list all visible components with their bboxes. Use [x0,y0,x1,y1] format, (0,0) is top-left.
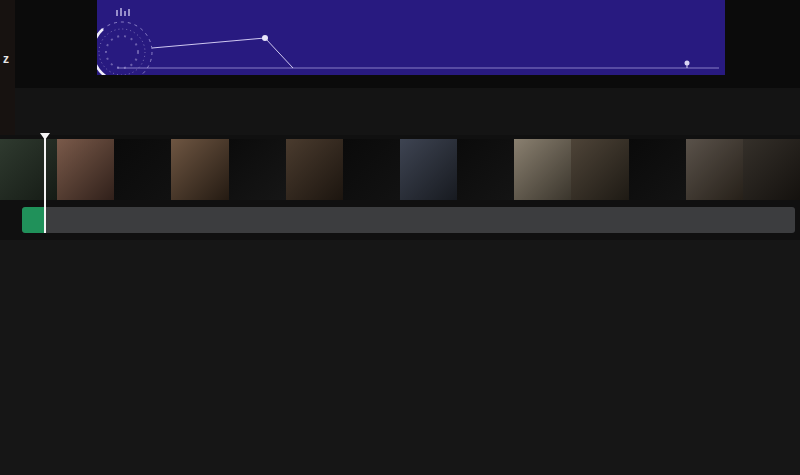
timeline-thumbnail[interactable] [686,139,743,200]
preview-area [0,0,800,88]
timeline-thumbnail[interactable] [629,139,686,200]
audio-visualization [97,0,725,75]
timeline-thumbnail[interactable] [743,139,800,200]
sound-effect-clip[interactable] [22,207,45,233]
timeline-thumbnail[interactable] [343,139,400,200]
timeline-thumbnail[interactable] [114,139,171,200]
video-editor-app: z 00:02 / 02:36 sound effect.mp2 Trim au… [0,0,800,475]
video-preview[interactable] [97,0,725,75]
audio-track[interactable] [22,207,795,233]
timeline-thumbnail[interactable] [514,139,571,200]
audio-edit-panel: sound effect.mp2 Trim audio ✕ ⇥ 00:00.00… [0,240,800,475]
timeline-thumbnail[interactable] [457,139,514,200]
timeline-thumbnail[interactable] [400,139,457,200]
timeline-thumbnail[interactable] [286,139,343,200]
timeline-thumbnail[interactable] [171,139,228,200]
timeline-thumbnail[interactable] [229,139,286,200]
sidebar-edge: z [0,0,15,135]
timeline-thumbnail[interactable] [0,139,57,200]
playback-controls: 00:02 / 02:36 [0,88,800,135]
playhead[interactable] [44,136,46,233]
timeline-thumbnail[interactable] [571,139,628,200]
sidebar-partial-label: z [3,52,9,66]
timeline-thumbnail[interactable] [57,139,114,200]
filmstrip[interactable] [0,139,800,200]
